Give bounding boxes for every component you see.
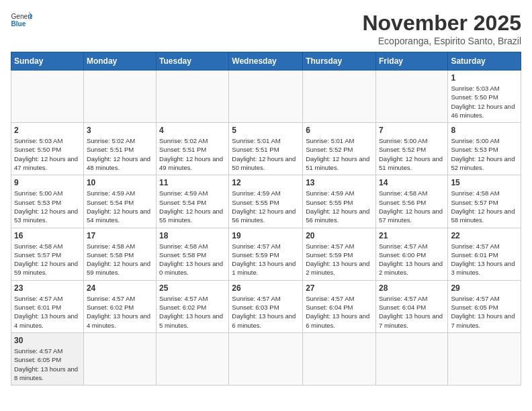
calendar-day-cell: 7Sunrise: 5:00 AM Sunset: 5:52 PM Daylig… (375, 123, 447, 175)
day-info: Sunrise: 5:02 AM Sunset: 5:51 PM Dayligh… (159, 136, 226, 172)
weekday-header: Sunday (11, 52, 84, 71)
calendar-day-cell (303, 71, 376, 123)
weekday-header: Saturday (448, 52, 521, 71)
day-number: 6 (306, 126, 373, 135)
day-number: 23 (14, 283, 81, 293)
day-number: 16 (14, 231, 81, 240)
day-info: Sunrise: 4:59 AM Sunset: 5:55 PM Dayligh… (232, 189, 300, 224)
day-info: Sunrise: 4:58 AM Sunset: 5:57 PM Dayligh… (451, 189, 518, 224)
day-number: 17 (87, 231, 153, 240)
logo: General Blue (11, 11, 32, 30)
month-title: November 2025 (362, 11, 521, 36)
calendar-day-cell: 15Sunrise: 4:58 AM Sunset: 5:57 PM Dayli… (448, 175, 521, 228)
day-info: Sunrise: 5:01 AM Sunset: 5:51 PM Dayligh… (232, 136, 300, 172)
day-info: Sunrise: 4:58 AM Sunset: 5:56 PM Dayligh… (379, 189, 445, 224)
calendar-day-cell (375, 71, 447, 123)
day-number: 7 (379, 126, 445, 135)
calendar-day-cell: 23Sunrise: 4:57 AM Sunset: 6:01 PM Dayli… (11, 280, 84, 332)
calendar-day-cell: 11Sunrise: 4:59 AM Sunset: 5:54 PM Dayli… (157, 175, 229, 228)
day-number: 20 (306, 231, 373, 240)
logo-icon: General Blue (11, 11, 32, 30)
calendar-day-cell (157, 332, 229, 385)
day-info: Sunrise: 4:57 AM Sunset: 6:02 PM Dayligh… (87, 294, 153, 330)
day-number: 2 (14, 126, 81, 135)
calendar-day-cell: 12Sunrise: 4:59 AM Sunset: 5:55 PM Dayli… (229, 175, 303, 228)
calendar-day-cell (303, 332, 376, 385)
calendar-week-row: 1Sunrise: 5:03 AM Sunset: 5:50 PM Daylig… (11, 71, 521, 123)
title-area: November 2025 Ecoporanga, Espirito Santo… (362, 11, 521, 46)
day-info: Sunrise: 4:58 AM Sunset: 5:58 PM Dayligh… (159, 242, 226, 277)
day-number: 29 (451, 283, 518, 293)
day-info: Sunrise: 4:59 AM Sunset: 5:55 PM Dayligh… (306, 189, 373, 224)
day-info: Sunrise: 4:59 AM Sunset: 5:54 PM Dayligh… (87, 189, 153, 224)
day-info: Sunrise: 4:57 AM Sunset: 6:02 PM Dayligh… (159, 294, 226, 330)
day-number: 30 (14, 336, 81, 345)
day-number: 3 (87, 126, 153, 135)
calendar-day-cell: 1Sunrise: 5:03 AM Sunset: 5:50 PM Daylig… (448, 71, 521, 123)
calendar-day-cell: 9Sunrise: 5:00 AM Sunset: 5:53 PM Daylig… (11, 175, 84, 228)
calendar-day-cell (229, 332, 303, 385)
day-number: 9 (14, 178, 81, 187)
day-number: 13 (306, 178, 373, 187)
calendar-day-cell: 16Sunrise: 4:58 AM Sunset: 5:57 PM Dayli… (11, 228, 84, 280)
weekday-header: Monday (83, 52, 156, 71)
calendar-day-cell: 27Sunrise: 4:57 AM Sunset: 6:04 PM Dayli… (303, 280, 376, 332)
day-info: Sunrise: 5:00 AM Sunset: 5:52 PM Dayligh… (379, 136, 445, 172)
calendar-day-cell: 4Sunrise: 5:02 AM Sunset: 5:51 PM Daylig… (157, 123, 229, 175)
calendar-day-cell: 22Sunrise: 4:57 AM Sunset: 6:01 PM Dayli… (448, 228, 521, 280)
day-info: Sunrise: 5:03 AM Sunset: 5:50 PM Dayligh… (14, 136, 81, 172)
calendar-day-cell: 28Sunrise: 4:57 AM Sunset: 6:04 PM Dayli… (375, 280, 447, 332)
day-number: 10 (87, 178, 153, 187)
weekday-header: Thursday (303, 52, 376, 71)
calendar-day-cell: 8Sunrise: 5:00 AM Sunset: 5:53 PM Daylig… (448, 123, 521, 175)
day-info: Sunrise: 4:57 AM Sunset: 6:05 PM Dayligh… (14, 347, 81, 382)
calendar-day-cell: 17Sunrise: 4:58 AM Sunset: 5:58 PM Dayli… (83, 228, 156, 280)
calendar-day-cell (11, 71, 84, 123)
day-number: 14 (379, 178, 445, 187)
day-info: Sunrise: 5:01 AM Sunset: 5:52 PM Dayligh… (306, 136, 373, 172)
calendar-table: SundayMondayTuesdayWednesdayThursdayFrid… (11, 52, 521, 385)
day-number: 24 (87, 283, 153, 293)
day-info: Sunrise: 5:00 AM Sunset: 5:53 PM Dayligh… (14, 189, 81, 224)
day-number: 25 (159, 283, 226, 293)
calendar-day-cell: 24Sunrise: 4:57 AM Sunset: 6:02 PM Dayli… (83, 280, 156, 332)
day-info: Sunrise: 4:57 AM Sunset: 5:59 PM Dayligh… (306, 242, 373, 277)
day-number: 28 (379, 283, 445, 293)
calendar-day-cell: 6Sunrise: 5:01 AM Sunset: 5:52 PM Daylig… (303, 123, 376, 175)
calendar-week-row: 2Sunrise: 5:03 AM Sunset: 5:50 PM Daylig… (11, 123, 521, 175)
day-number: 22 (451, 231, 518, 240)
calendar-day-cell: 13Sunrise: 4:59 AM Sunset: 5:55 PM Dayli… (303, 175, 376, 228)
calendar-day-cell (375, 332, 447, 385)
calendar-day-cell (83, 332, 156, 385)
calendar-week-row: 23Sunrise: 4:57 AM Sunset: 6:01 PM Dayli… (11, 280, 521, 332)
day-info: Sunrise: 4:57 AM Sunset: 6:01 PM Dayligh… (14, 294, 81, 330)
calendar-day-cell: 14Sunrise: 4:58 AM Sunset: 5:56 PM Dayli… (375, 175, 447, 228)
day-number: 15 (451, 178, 518, 187)
calendar-day-cell: 2Sunrise: 5:03 AM Sunset: 5:50 PM Daylig… (11, 123, 84, 175)
day-number: 19 (232, 231, 300, 240)
weekday-header: Tuesday (157, 52, 229, 71)
calendar-week-row: 9Sunrise: 5:00 AM Sunset: 5:53 PM Daylig… (11, 175, 521, 228)
day-info: Sunrise: 4:57 AM Sunset: 6:05 PM Dayligh… (451, 294, 518, 330)
day-info: Sunrise: 4:59 AM Sunset: 5:54 PM Dayligh… (159, 189, 226, 224)
calendar-day-cell: 18Sunrise: 4:58 AM Sunset: 5:58 PM Dayli… (157, 228, 229, 280)
day-number: 1 (451, 73, 518, 83)
day-info: Sunrise: 4:58 AM Sunset: 5:58 PM Dayligh… (87, 242, 153, 277)
calendar-day-cell: 10Sunrise: 4:59 AM Sunset: 5:54 PM Dayli… (83, 175, 156, 228)
day-number: 5 (232, 126, 300, 135)
day-number: 21 (379, 231, 445, 240)
day-number: 26 (232, 283, 300, 293)
calendar-day-cell: 29Sunrise: 4:57 AM Sunset: 6:05 PM Dayli… (448, 280, 521, 332)
calendar-day-cell: 5Sunrise: 5:01 AM Sunset: 5:51 PM Daylig… (229, 123, 303, 175)
location-title: Ecoporanga, Espirito Santo, Brazil (362, 36, 521, 46)
calendar-day-cell: 19Sunrise: 4:57 AM Sunset: 5:59 PM Dayli… (229, 228, 303, 280)
calendar-day-cell (83, 71, 156, 123)
day-info: Sunrise: 4:57 AM Sunset: 6:03 PM Dayligh… (232, 294, 300, 330)
calendar-day-cell: 3Sunrise: 5:02 AM Sunset: 5:51 PM Daylig… (83, 123, 156, 175)
svg-text:Blue: Blue (11, 20, 26, 28)
day-info: Sunrise: 5:00 AM Sunset: 5:53 PM Dayligh… (451, 136, 518, 172)
day-info: Sunrise: 4:57 AM Sunset: 6:04 PM Dayligh… (379, 294, 445, 330)
day-number: 27 (306, 283, 373, 293)
day-info: Sunrise: 5:03 AM Sunset: 5:50 PM Dayligh… (451, 84, 518, 120)
calendar-day-cell: 25Sunrise: 4:57 AM Sunset: 6:02 PM Dayli… (157, 280, 229, 332)
